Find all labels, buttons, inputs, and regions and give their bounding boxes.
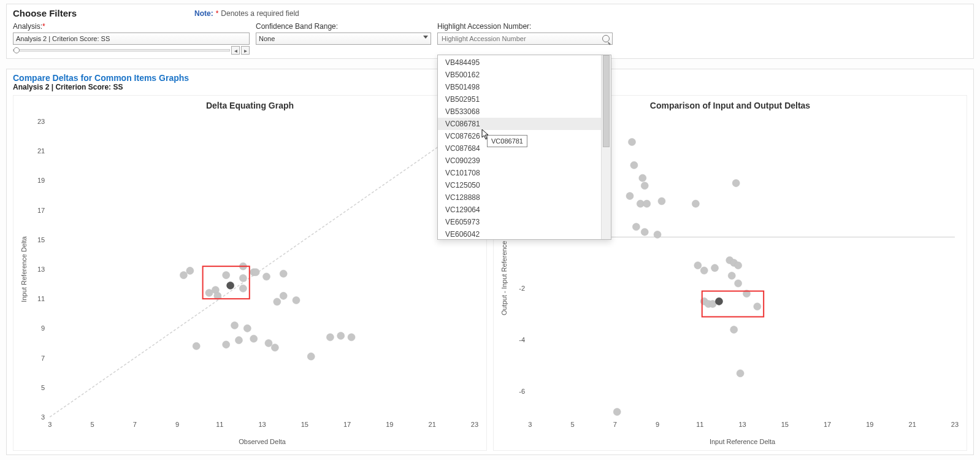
svg-point-52 xyxy=(337,332,345,339)
svg-text:Input Reference Delta: Input Reference Delta xyxy=(20,236,28,302)
svg-point-43 xyxy=(262,273,270,280)
dropdown-item[interactable]: VB501498 xyxy=(438,81,601,93)
analysis-slider[interactable]: ◂ ▸ xyxy=(13,46,250,55)
svg-point-98 xyxy=(732,180,740,187)
svg-text:-6: -6 xyxy=(519,388,525,395)
confidence-value: None xyxy=(259,35,275,42)
svg-text:19: 19 xyxy=(866,421,873,428)
note-label: Note: xyxy=(194,9,213,18)
svg-point-47 xyxy=(280,270,287,277)
svg-point-45 xyxy=(271,344,278,351)
svg-text:-4: -4 xyxy=(519,336,525,343)
svg-text:17: 17 xyxy=(824,421,831,428)
note-text: Denotes a required field xyxy=(221,9,299,18)
chart-left-title: Delta Equating Graph xyxy=(16,101,484,110)
dropdown-item[interactable]: VC125050 xyxy=(438,179,601,191)
filter-analysis: Analysis:* Analysis 2 | Criterion Score:… xyxy=(13,22,250,55)
svg-text:7: 7 xyxy=(133,421,137,428)
svg-point-84 xyxy=(654,231,661,238)
required-asterisk: * xyxy=(216,9,219,18)
dropdown-item[interactable]: VC128888 xyxy=(438,191,601,204)
chevron-down-icon xyxy=(423,36,428,39)
svg-text:3: 3 xyxy=(528,421,532,428)
pager-next-button[interactable]: ▸ xyxy=(241,46,250,55)
svg-text:15: 15 xyxy=(37,236,45,243)
confidence-select[interactable]: None xyxy=(256,33,431,45)
svg-point-46 xyxy=(274,298,281,305)
svg-point-31 xyxy=(223,272,230,279)
svg-text:19: 19 xyxy=(386,421,393,428)
dropdown-list: VB484495VB500162VB501498VB502951VB533068… xyxy=(438,55,601,239)
dropdown-item[interactable]: VC086781 xyxy=(438,118,601,130)
svg-point-74 xyxy=(613,408,621,416)
svg-point-88 xyxy=(700,267,708,274)
svg-point-49 xyxy=(293,297,300,304)
svg-point-75 xyxy=(626,193,634,200)
dropdown-item[interactable]: VB484495 xyxy=(438,56,601,69)
highlight-label: Highlight Accession Number: xyxy=(437,22,613,31)
svg-text:17: 17 xyxy=(343,421,351,428)
svg-text:3: 3 xyxy=(41,413,45,421)
svg-text:21: 21 xyxy=(37,147,45,155)
analysis-label: Analysis:* xyxy=(13,22,250,31)
svg-text:5: 5 xyxy=(570,421,574,428)
slider-track[interactable] xyxy=(13,49,230,52)
svg-point-51 xyxy=(326,334,334,341)
confidence-label: Confidence Band Range: xyxy=(256,22,431,31)
dropdown-item[interactable]: VC129064 xyxy=(438,204,601,216)
analysis-value: Analysis 2 | Criterion Score: SS xyxy=(16,35,110,42)
svg-point-42 xyxy=(252,269,259,276)
svg-point-53 xyxy=(348,334,355,341)
svg-text:15: 15 xyxy=(781,421,789,428)
svg-text:23: 23 xyxy=(37,118,45,125)
svg-point-39 xyxy=(243,324,251,332)
svg-point-87 xyxy=(694,262,702,269)
svg-point-92 xyxy=(711,264,719,272)
svg-text:21: 21 xyxy=(909,421,916,428)
dropdown-scroll-thumb[interactable] xyxy=(603,55,610,147)
svg-point-93 xyxy=(715,297,722,305)
slider-thumb[interactable] xyxy=(13,47,20,53)
svg-text:9: 9 xyxy=(41,324,45,332)
svg-point-38 xyxy=(239,274,247,282)
svg-point-77 xyxy=(630,161,638,169)
svg-point-103 xyxy=(754,303,761,310)
svg-text:Observed Delta: Observed Delta xyxy=(239,438,286,445)
svg-text:11: 11 xyxy=(216,421,223,428)
svg-point-26 xyxy=(186,267,194,274)
dropdown-item[interactable]: VE605973 xyxy=(438,216,601,228)
dropdown-item[interactable]: VC090239 xyxy=(438,155,601,167)
dropdown-item[interactable]: VB502951 xyxy=(438,93,601,105)
filters-heading: Choose Filters xyxy=(13,8,194,18)
svg-point-81 xyxy=(641,182,648,190)
svg-point-48 xyxy=(280,292,287,299)
dropdown-item[interactable]: VB500162 xyxy=(438,69,601,81)
dropdown-item[interactable]: VE606042 xyxy=(438,228,601,239)
dropdown-item[interactable]: VC101708 xyxy=(438,167,601,179)
search-icon xyxy=(602,35,610,42)
filters-header: Choose Filters Note: * Denotes a require… xyxy=(13,8,967,18)
svg-text:9: 9 xyxy=(656,421,659,428)
highlight-search[interactable] xyxy=(437,33,613,45)
svg-point-95 xyxy=(728,272,735,279)
svg-point-27 xyxy=(193,342,200,350)
analysis-select[interactable]: Analysis 2 | Criterion Score: SS xyxy=(13,33,250,45)
svg-point-78 xyxy=(632,223,640,231)
svg-text:7: 7 xyxy=(613,421,617,428)
svg-text:11: 11 xyxy=(696,421,703,428)
filter-highlight: Highlight Accession Number: VB484495VB50… xyxy=(437,22,613,55)
filters-panel: Choose Filters Note: * Denotes a require… xyxy=(6,4,974,59)
pager-prev-button[interactable]: ◂ xyxy=(231,46,240,55)
highlight-input[interactable] xyxy=(440,34,602,43)
svg-text:19: 19 xyxy=(37,177,45,184)
svg-point-97 xyxy=(730,326,738,333)
svg-point-82 xyxy=(641,228,648,236)
svg-text:5: 5 xyxy=(90,421,94,428)
highlight-dropdown[interactable]: VB484495VB500162VB501498VB502951VB533068… xyxy=(437,55,611,240)
svg-point-33 xyxy=(227,282,234,289)
svg-point-86 xyxy=(692,200,699,207)
svg-point-83 xyxy=(643,200,651,207)
dropdown-item[interactable]: VB533068 xyxy=(438,105,601,118)
dropdown-scrollbar[interactable] xyxy=(601,55,611,239)
svg-text:3: 3 xyxy=(48,421,52,428)
